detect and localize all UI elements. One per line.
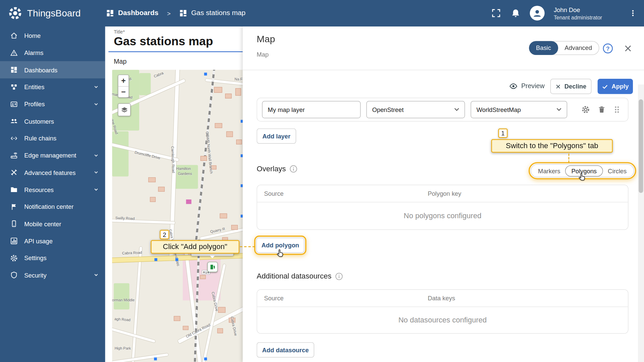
map-layers-control[interactable] (118, 104, 130, 116)
widget-resize-handle[interactable] (154, 258, 157, 261)
chevron-down-icon (93, 152, 100, 159)
more-menu-kebab-icon[interactable] (628, 9, 637, 18)
zoom-out-button[interactable]: − (118, 86, 129, 97)
sidebar-item-dashboards[interactable]: Dashboards (0, 61, 105, 78)
layer-provider-select[interactable]: OpenStreet (366, 101, 465, 118)
annotation-step1-connector (569, 154, 569, 163)
map-building (226, 131, 233, 137)
sidebar-item-label: API usage (24, 237, 53, 244)
sidebar-item-profiles[interactable]: Profiles (0, 96, 105, 113)
widget-title: Map (114, 58, 126, 65)
thingsboard-logo-icon (7, 5, 23, 21)
folder-icon (10, 186, 18, 194)
help-icon[interactable]: ? (602, 43, 613, 54)
gas-pump-icon (209, 264, 215, 270)
user-name: John Doe (554, 6, 602, 14)
map-street-label: Cabra Road (122, 250, 142, 255)
gas-station-marker[interactable] (207, 262, 218, 272)
widget-resize-handle[interactable] (204, 73, 207, 76)
map-building (220, 214, 227, 219)
zoom-in-button[interactable]: + (118, 75, 129, 86)
sidebar-item-customers[interactable]: Customers (0, 113, 105, 130)
main-sidebar: Home Alarms Dashboards Entities Profiles… (0, 26, 105, 362)
sidebar-item-security[interactable]: Security (0, 266, 105, 284)
chart-icon (10, 237, 18, 245)
preview-label: Preview (521, 82, 545, 90)
map-street-label: Na Fionn GAA (234, 77, 243, 81)
sidebar-item-resources[interactable]: Resources (0, 181, 105, 198)
scrollbar-thumb[interactable] (639, 99, 643, 193)
user-avatar[interactable] (530, 6, 545, 20)
add-datasource-button[interactable]: Add datasource (257, 342, 314, 357)
sidebar-item-home[interactable]: Home (0, 27, 105, 44)
user-info: John Doe Tenant administrator (554, 6, 602, 20)
annotation-step1-badge: 1 (498, 128, 507, 138)
map-street-label: orman Middle (112, 298, 135, 302)
annotation-step2-connector (240, 246, 255, 247)
chevron-down-icon (454, 108, 459, 111)
map-road (112, 353, 169, 362)
breadcrumb-dashboards[interactable]: Dashboards (118, 9, 158, 17)
map-building (158, 187, 165, 192)
decline-label: Decline (565, 83, 586, 90)
map-zoom-control: + − (118, 75, 129, 98)
hand-cursor-icon (578, 172, 587, 181)
apply-button[interactable]: Apply (598, 79, 633, 94)
layer-name-input[interactable]: My map layer (262, 101, 361, 118)
column-source: Source (257, 190, 428, 197)
tab-markers[interactable]: Markers (534, 167, 565, 174)
apply-label: Apply (611, 83, 629, 90)
sidebar-item-edge-management[interactable]: Edge management (0, 147, 105, 164)
add-layer-button[interactable]: Add layer (257, 128, 296, 143)
datasources-table: Source Data keys No datasources configur… (257, 289, 628, 334)
widget-resize-handle[interactable] (204, 358, 207, 361)
annotation-step2-tooltip: Click "Add polygon" (151, 240, 239, 253)
sidebar-item-entities[interactable]: Entities (0, 78, 105, 96)
map-layer-row: My map layer OpenStreet WorldStreetMap (257, 98, 628, 121)
widget-resize-handle[interactable] (154, 358, 157, 361)
sidebar-item-mobile-center[interactable]: Mobile center (0, 215, 105, 232)
layer-settings-gear-icon[interactable] (581, 105, 590, 114)
map-building (150, 197, 156, 202)
person-icon (532, 8, 543, 18)
sidebar-item-label: Settings (24, 255, 46, 262)
panel-scrollbar[interactable] (638, 84, 644, 362)
widget-resize-handle[interactable] (175, 258, 178, 261)
rule-chains-icon (10, 134, 18, 142)
sidebar-item-alarms[interactable]: Alarms (0, 44, 105, 61)
sidebar-item-settings[interactable]: Settings (0, 249, 105, 266)
sidebar-item-api-usage[interactable]: API usage (0, 232, 105, 249)
drag-handle-icon[interactable] (613, 105, 621, 114)
fullscreen-icon[interactable] (491, 8, 502, 18)
close-icon[interactable] (624, 44, 633, 53)
toggle-basic[interactable]: Basic (529, 41, 558, 55)
customers-people-icon (10, 117, 18, 125)
toggle-advanced[interactable]: Advanced (557, 42, 599, 55)
sidebar-item-notification-center[interactable]: Notification center (0, 198, 105, 215)
dashboard-title-input[interactable]: Gas stations map (114, 35, 213, 48)
polygons-empty-state: No polygons configured (257, 202, 628, 230)
layer-type-value: WorldStreetMap (476, 106, 521, 113)
overlays-title-text: Overlays (257, 165, 286, 173)
dashboard-edit-area: Title* Gas stations map Map WestCabraman… (105, 26, 243, 362)
tab-circles[interactable]: Circles (604, 167, 631, 174)
sidebar-item-advanced-features[interactable]: Advanced features (0, 164, 105, 181)
notifications-bell-icon[interactable] (511, 8, 521, 18)
decline-button[interactable]: Decline (550, 79, 591, 94)
layer-type-select[interactable]: WorldStreetMap (471, 101, 567, 118)
sidebar-item-label: Security (24, 272, 46, 279)
polygons-table: Source Polygon key No polygons configure… (257, 185, 628, 230)
dashboards-icon (10, 66, 18, 74)
map-green-area (114, 283, 129, 309)
map-building (235, 88, 241, 96)
map-street-label: High Park (115, 346, 131, 350)
preview-button[interactable]: Preview (509, 82, 544, 90)
sidebar-item-rule-chains[interactable]: Rule chains (0, 130, 105, 147)
map-street-label: agh Road (114, 317, 131, 322)
info-icon (289, 165, 297, 173)
user-role: Tenant administrator (554, 14, 602, 20)
delete-trash-icon[interactable] (598, 106, 606, 114)
breadcrumb-separator: > (167, 10, 171, 17)
map-canvas[interactable]: WestCabramanus Roaddge RoadDrumcliffe Dr… (112, 70, 243, 362)
shield-icon (10, 271, 18, 279)
